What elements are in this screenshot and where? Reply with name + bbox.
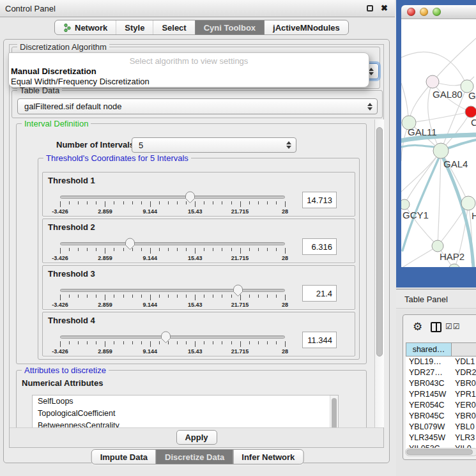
network-canvas[interactable]: GAL80GACGAL11GAL4GCY1HHAP2 [401, 19, 476, 267]
tab-impute-data[interactable]: Impute Data [92, 450, 156, 464]
tab-label: Cyni Toolbox [204, 23, 256, 33]
slider-track[interactable] [60, 289, 285, 292]
thresholds-group-title: Threshold's Coordinates for 5 Intervals [43, 153, 191, 163]
threshold-value-field[interactable] [302, 238, 337, 255]
threshold-label: Threshold 1 [48, 176, 95, 185]
table-panel-area: ⚙ ☑☑ shared…na YDL19…YDL1YDR27…YDR2YBR04… [396, 309, 476, 476]
attribute-item-selfloops[interactable]: SelfLoops [33, 395, 338, 408]
number-of-intervals-combobox[interactable]: 5 [132, 137, 296, 153]
table-row[interactable]: YBR045CYBR0 [406, 411, 476, 422]
node-table[interactable]: shared…na YDL19…YDL1YDR27…YDR2YBR043CYBR… [406, 342, 476, 454]
table-row[interactable]: YLR345WYLR3 [406, 433, 476, 443]
attribute-item-betweennesscentrality[interactable]: BetweennessCentrality [33, 420, 338, 427]
table-column-header[interactable]: na [452, 342, 476, 357]
table-cell: YBR0 [452, 411, 476, 422]
tab-select[interactable]: Select [153, 20, 194, 35]
cyni-toolbox-panel: Discretization Algorithm Table Data galF… [3, 39, 390, 463]
tick-label: 28 [282, 348, 288, 355]
tab-cyni-toolbox[interactable]: Cyni Toolbox [195, 20, 264, 35]
tab-discretize-data[interactable]: Discretize Data [156, 450, 233, 464]
tab-network[interactable]: Network [55, 20, 116, 35]
threshold-value-field[interactable] [302, 192, 337, 208]
network-node[interactable] [433, 143, 449, 158]
threshold-label: Threshold 3 [48, 269, 95, 279]
tick-label: 9.144 [143, 348, 158, 355]
table-cell: YER054C [406, 400, 452, 411]
select-checkboxes-icon[interactable]: ☑☑ [445, 322, 461, 331]
table-row[interactable]: YDL19…YDL1 [406, 357, 476, 367]
tick-label: 9.144 [143, 208, 158, 215]
table-row[interactable]: YBR043CYBR0 [406, 378, 476, 389]
numerical-attributes-list[interactable]: SelfLoopsTopologicalCoefficientBetweenne… [32, 395, 339, 427]
threshold-slider[interactable]: -3.4262.8599.14415.4321.71528 [60, 194, 285, 215]
zoom-window-button[interactable] [433, 8, 441, 16]
popup-option-equal-width-frequency-discretization[interactable]: Equal Width/Frequency Discretization [11, 77, 150, 86]
table-row[interactable]: YBL079WYBL0 [406, 422, 476, 433]
tab-infer-network[interactable]: Infer Network [233, 450, 303, 464]
tab-label: Infer Network [242, 452, 295, 462]
table-panel-titlebar: Table Panel [396, 289, 476, 309]
attributes-scrollbar[interactable] [330, 395, 338, 427]
table-row[interactable]: YPR145WYPR1 [406, 389, 476, 400]
slider-track[interactable] [60, 242, 285, 245]
slider-tick-labels: -3.4262.8599.14415.4321.71528 [60, 208, 285, 215]
table-row[interactable]: YER054CYER0 [406, 400, 476, 411]
apply-button[interactable]: Apply [176, 430, 217, 445]
threshold-panel: Threshold 2 -3.4262.8599.14415.4321.7152… [42, 219, 355, 263]
table-row[interactable]: YDR27…YDR2 [406, 367, 476, 378]
popup-option-manual-discretization[interactable]: Manual Discretization [11, 66, 96, 76]
settings-vertical-scrollbar[interactable] [374, 119, 384, 427]
table-data-combobox[interactable]: galFiltered.sif default node [17, 98, 378, 114]
slider-thumb[interactable] [160, 331, 171, 344]
close-window-button[interactable] [407, 8, 415, 16]
threshold-slider[interactable]: -3.4262.8599.14415.4321.71528 [60, 287, 285, 309]
tab-label: Network [75, 23, 107, 33]
attribute-item-topologicalcoefficient[interactable]: TopologicalCoefficient [33, 408, 338, 420]
tick-label: 2.859 [98, 302, 112, 308]
slider-thumb[interactable] [233, 284, 243, 297]
tab-jactivemnodules[interactable]: jActiveMNodules [264, 20, 348, 35]
table-horizontal-scrollbar[interactable] [405, 448, 476, 456]
attributes-group: Attributes to discretize Numerical Attri… [16, 370, 367, 427]
network-node[interactable] [432, 240, 443, 252]
tick-label: 15.43 [188, 208, 203, 215]
minimize-window-button[interactable] [420, 8, 428, 16]
network-node[interactable] [465, 106, 476, 118]
table-horizontal-scrollbar-thumb[interactable] [406, 449, 473, 455]
threshold-label: Threshold 2 [48, 222, 95, 232]
threshold-value-field[interactable] [302, 332, 337, 348]
float-window-icon[interactable] [367, 5, 373, 12]
algorithm-dropdown-popup: Select algorithm to view settings Manual… [8, 52, 369, 88]
close-icon[interactable]: ✖ [381, 3, 388, 13]
attributes-scrollbar-thumb[interactable] [332, 398, 337, 427]
table-column-header[interactable]: shared… [406, 342, 452, 357]
node-label-h: H [472, 210, 476, 221]
network-node[interactable] [401, 199, 410, 210]
tick-label: 28 [282, 302, 288, 308]
slider-track[interactable] [60, 196, 285, 199]
threshold-slider[interactable]: -3.4262.8599.14415.4321.71528 [60, 334, 285, 355]
tab-label: Discretize Data [165, 452, 224, 462]
tick-label: 21.715 [231, 208, 249, 215]
tab-style[interactable]: Style [116, 20, 153, 35]
network-node-labels: GAL80GACGAL11GAL4GCY1HHAP2 [403, 89, 476, 262]
network-node[interactable] [461, 196, 475, 210]
settings-scrollbar-thumb[interactable] [376, 127, 383, 357]
tick-label: 21.715 [231, 348, 249, 355]
slider-thumb[interactable] [125, 238, 135, 250]
threshold-label: Threshold 4 [48, 316, 95, 325]
algorithm-popup-hint: Select algorithm to view settings [9, 56, 369, 66]
tick-label: -3.426 [52, 302, 68, 308]
threshold-slider[interactable]: -3.4262.8599.14415.4321.71528 [60, 240, 285, 262]
slider-thumb[interactable] [185, 191, 196, 204]
columns-icon[interactable] [431, 322, 441, 332]
threshold-value-field[interactable] [302, 285, 337, 302]
gear-icon[interactable]: ⚙ [413, 320, 422, 334]
network-nodes[interactable] [401, 75, 476, 267]
network-node[interactable] [426, 75, 439, 88]
network-window-titlebar [401, 5, 476, 19]
tick-label: -3.426 [52, 255, 68, 261]
threshold-panel: Threshold 4 -3.4262.8599.14415.4321.7152… [42, 312, 355, 357]
slider-track[interactable] [60, 335, 285, 339]
control-panel-title: Control Panel [5, 4, 56, 13]
